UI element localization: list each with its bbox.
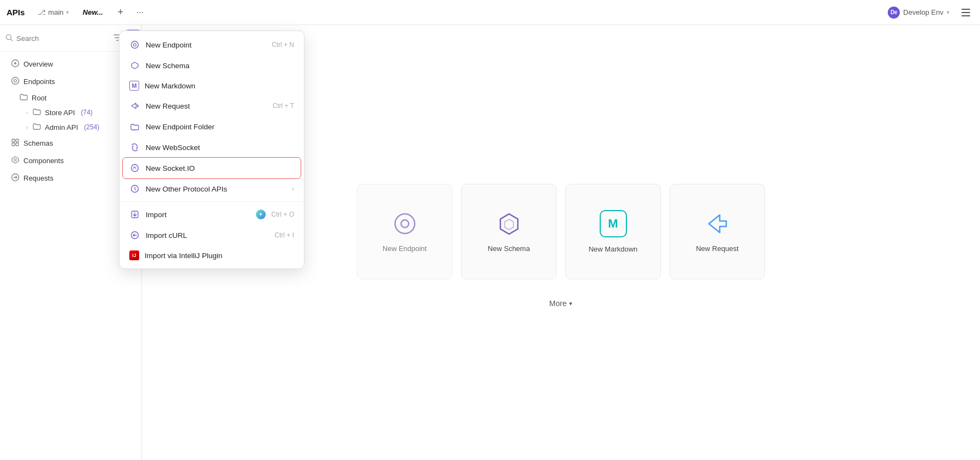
svg-point-19: [132, 41, 139, 49]
svg-point-20: [134, 44, 136, 46]
new-request-icon: [129, 100, 140, 111]
dropdown-new-socketio[interactable]: New Socket.IO: [123, 158, 301, 178]
svg-point-10: [14, 80, 17, 82]
new-socketio-icon: [129, 163, 140, 174]
svg-point-21: [132, 165, 139, 172]
request-card-icon: [704, 211, 731, 237]
new-other-protocol-label: New Other Protocol APIs: [146, 185, 286, 193]
svg-rect-2: [961, 15, 970, 16]
content-cards: New Endpoint New Schema M New Markdown: [346, 173, 776, 290]
tab-plus-button[interactable]: +: [113, 5, 128, 20]
import-badge: ✦: [256, 210, 266, 219]
sidebar-item-label: Requests: [23, 174, 125, 182]
overview-icon: [11, 59, 20, 69]
new-markdown-card[interactable]: M New Markdown: [565, 184, 661, 279]
svg-point-15: [14, 159, 16, 161]
sidebar-item-label: Components: [23, 157, 125, 165]
sidebar-item-overview[interactable]: Overview: [3, 56, 138, 73]
new-request-card[interactable]: New Request: [670, 184, 765, 279]
markdown-card-label: New Markdown: [589, 245, 638, 253]
sidebar-item-label: Admin API: [45, 123, 78, 132]
svg-rect-0: [961, 9, 970, 10]
branch-name: main: [48, 8, 63, 16]
new-other-protocol-arrow: ›: [292, 185, 294, 193]
import-curl-label: Import cURL: [146, 231, 269, 240]
new-endpoint-icon: [129, 39, 140, 50]
hamburger-menu[interactable]: [958, 5, 973, 20]
new-socketio-label: New Socket.IO: [146, 164, 294, 172]
dropdown-import-curl[interactable]: Import cURL Ctrl + I: [119, 225, 304, 246]
new-markdown-label: New Markdown: [145, 82, 294, 90]
branch-icon: ⎇: [38, 8, 46, 16]
store-api-count: (74): [81, 109, 92, 116]
new-endpoint-folder-icon: [129, 121, 140, 132]
svg-rect-13: [12, 143, 15, 146]
new-other-protocol-icon: [129, 183, 140, 194]
new-markdown-icon: M: [129, 81, 139, 91]
sidebar-item-label: Endpoints: [23, 77, 124, 86]
more-button[interactable]: More ▾: [542, 295, 581, 312]
svg-rect-12: [16, 139, 19, 142]
main-layout: Overview Endpoints ▾ Root ›: [0, 25, 980, 460]
new-websocket-icon: [129, 142, 140, 153]
schema-card-icon: [496, 211, 522, 237]
dropdown-new-endpoint-folder[interactable]: New Endpoint Folder: [119, 116, 304, 137]
new-endpoint-card[interactable]: New Endpoint: [357, 184, 452, 279]
endpoint-card-label: New Endpoint: [383, 244, 427, 253]
import-curl-shortcut: Ctrl + I: [274, 231, 294, 239]
tab-new[interactable]: New...: [77, 8, 109, 16]
sidebar-item-endpoints[interactable]: Endpoints ▾: [3, 73, 138, 90]
dropdown-new-websocket[interactable]: New WebSocket: [119, 137, 304, 158]
sidebar-item-root[interactable]: Root: [3, 91, 138, 105]
env-chevron: ▾: [947, 9, 949, 15]
import-shortcut: Ctrl + O: [271, 211, 294, 218]
requests-icon: [11, 173, 20, 183]
branch-selector[interactable]: ⎇ main ▾: [33, 7, 73, 18]
env-badge: De: [888, 7, 900, 19]
svg-point-8: [14, 62, 16, 64]
new-schema-card[interactable]: New Schema: [461, 184, 557, 279]
tab-more-button[interactable]: ···: [133, 5, 148, 20]
import-intellij-icon: IJ: [129, 250, 139, 260]
sidebar-item-requests[interactable]: Requests ›: [3, 170, 138, 187]
sidebar-item-schemas[interactable]: Schemas ›: [3, 135, 138, 152]
env-selector[interactable]: De Develop Env ▾: [883, 5, 954, 20]
schema-card-label: New Schema: [488, 244, 530, 253]
sidebar-item-components[interactable]: Components ›: [3, 152, 138, 169]
new-websocket-label: New WebSocket: [146, 144, 294, 152]
import-intellij-label: Import via IntelliJ Plugin: [145, 252, 294, 260]
dropdown-new-markdown[interactable]: M New Markdown: [119, 76, 304, 95]
svg-point-17: [395, 214, 415, 234]
new-endpoint-label: New Endpoint: [146, 41, 266, 49]
svg-line-4: [11, 39, 13, 41]
import-label: Import: [146, 211, 250, 219]
admin-api-arrow: ›: [26, 124, 28, 130]
svg-rect-11: [12, 139, 15, 142]
sidebar-item-admin-api[interactable]: › Admin API (254): [3, 120, 138, 134]
admin-api-folder-icon: [33, 123, 41, 132]
request-card-label: New Request: [696, 244, 738, 253]
dropdown-import[interactable]: Import ✦ Ctrl + O: [119, 204, 304, 225]
store-api-folder-icon: [33, 108, 41, 117]
sidebar-item-label: Root: [32, 94, 46, 102]
import-curl-icon: [129, 230, 140, 241]
new-request-label: New Request: [146, 102, 267, 110]
svg-point-18: [401, 220, 409, 228]
branch-chevron: ▾: [66, 9, 69, 15]
new-request-shortcut: Ctrl + T: [273, 102, 294, 110]
dropdown-new-endpoint[interactable]: New Endpoint Ctrl + N: [119, 34, 304, 55]
dropdown-new-request[interactable]: New Request Ctrl + T: [119, 95, 304, 116]
more-label: More: [549, 299, 567, 308]
sidebar-item-store-api[interactable]: › Store API (74): [3, 105, 138, 120]
search-input[interactable]: [16, 34, 108, 43]
new-schema-label: New Schema: [146, 62, 294, 70]
schemas-icon: [11, 138, 20, 148]
dropdown-divider-1: [119, 201, 304, 202]
dropdown-new-other-protocol[interactable]: New Other Protocol APIs ›: [119, 178, 304, 199]
dropdown-menu: New Endpoint Ctrl + N New Schema M New M…: [119, 31, 304, 269]
more-chevron: ▾: [569, 300, 572, 307]
root-folder-icon: [20, 93, 28, 102]
dropdown-import-intellij[interactable]: IJ Import via IntelliJ Plugin: [119, 246, 304, 265]
search-icon: [5, 34, 13, 43]
dropdown-new-schema[interactable]: New Schema: [119, 55, 304, 76]
